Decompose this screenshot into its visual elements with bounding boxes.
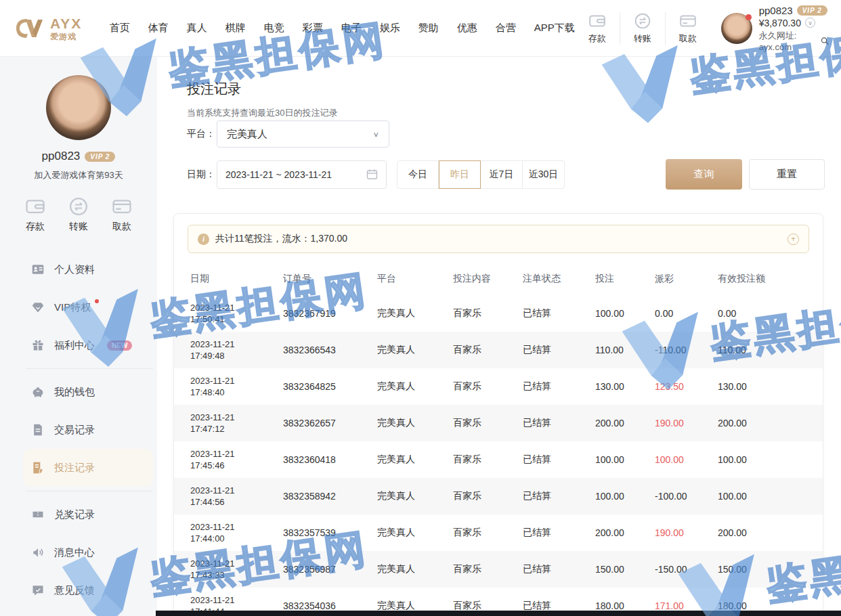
menu-item-0-2[interactable]: 福利中心NEW <box>0 326 157 364</box>
menu-item-0-0[interactable]: 个人资料 <box>0 250 157 288</box>
cell-platform: 完美真人 <box>377 563 453 575</box>
cell-platform: 完美真人 <box>377 454 453 466</box>
menu-item-2-0[interactable]: 兑奖记录 <box>0 496 157 533</box>
profile-vip-badge: VIP 2 <box>85 152 115 162</box>
cell-bet: 180.00 <box>595 600 655 611</box>
logo-name: AYX <box>50 16 82 30</box>
cell-order: 3832356987 <box>283 564 377 575</box>
header-quick-action-2[interactable]: 取款 <box>665 12 710 45</box>
ayx-logo[interactable]: AYX 爱游戏 <box>14 16 103 41</box>
sidebar-quick-action-0[interactable]: 存款 <box>25 196 45 233</box>
header-quick-action-0[interactable]: 存款 <box>575 12 620 45</box>
column-header-0: 日期 <box>190 273 283 285</box>
cell-status: 已结算 <box>523 344 595 356</box>
profile-username: pp0823 <box>42 150 81 163</box>
feedback-icon <box>31 584 45 597</box>
nav-item-0[interactable]: 首页 <box>110 22 130 35</box>
cell-status: 已结算 <box>523 454 595 466</box>
nav-item-10[interactable]: 合营 <box>496 22 516 35</box>
cell-date: 2023-11-2117:45:46 <box>190 448 283 471</box>
cell-payout: 190.00 <box>655 527 718 538</box>
nav-item-3[interactable]: 棋牌 <box>225 22 246 35</box>
menu-item-1-2[interactable]: 投注记录 <box>23 449 153 487</box>
date-row: 日期： 2023-11-21 ~ 2023-11-21 今日昨日近7日近30日 … <box>187 159 825 190</box>
column-header-7: 有效投注额 <box>718 273 816 285</box>
quick-date-0[interactable]: 今日 <box>397 160 439 189</box>
cell-order: 3832357539 <box>283 527 377 538</box>
date-label: 日期： <box>187 169 217 181</box>
top-header: AYX 爱游戏 首页体育真人棋牌电竞彩票电子娱乐赞助优惠合营APP下载 存款转账… <box>0 0 841 57</box>
nav-item-7[interactable]: 娱乐 <box>380 22 400 35</box>
quick-action-label: 存款 <box>588 32 606 45</box>
cell-bet: 130.00 <box>595 381 655 392</box>
quick-date-3[interactable]: 近30日 <box>523 160 565 189</box>
table-header: 日期订单号平台投注内容注单状态投注派彩有效投注额 <box>174 263 823 295</box>
piggy-bank-icon <box>31 385 45 399</box>
cell-order: 3832364825 <box>283 381 377 392</box>
cell-valid-bet: 100.00 <box>718 454 816 465</box>
cell-valid-bet: 110.00 <box>718 345 816 355</box>
transfer-icon <box>68 196 89 217</box>
column-header-1: 订单号 <box>283 273 377 285</box>
menu-item-1-1[interactable]: 交易记录 <box>0 411 157 449</box>
table-row: 2023-11-2117:45:463832360418完美真人百家乐已结算10… <box>174 441 823 478</box>
user-block[interactable]: pp0823 VIP 2 ¥3,870.30 ∨ 永久网址: ayx.com <box>721 5 829 52</box>
table-row: 2023-11-2117:43:333832356987完美真人百家乐已结算15… <box>174 551 823 588</box>
cell-bet: 200.00 <box>595 527 655 538</box>
nav-item-11[interactable]: APP下载 <box>534 22 575 35</box>
menu-item-label: 个人资料 <box>54 263 95 276</box>
gift-icon <box>31 338 45 352</box>
new-message-dot <box>95 299 99 303</box>
menu-item-0-1[interactable]: VIP特权 <box>0 288 157 326</box>
logo-subname: 爱游戏 <box>50 32 82 41</box>
sidebar-quick-action-2[interactable]: 取款 <box>112 196 132 233</box>
profile-avatar[interactable] <box>46 75 111 140</box>
sidebar-quick-action-1[interactable]: 转账 <box>68 196 89 233</box>
platform-select[interactable]: 完美真人 ∨ <box>217 120 389 148</box>
sidebar-profile: pp0823 VIP 2 加入爱游戏体育第93天 <box>0 57 157 181</box>
nav-item-4[interactable]: 电竞 <box>264 22 284 35</box>
nav-item-6[interactable]: 电子 <box>341 22 362 35</box>
header-quick-actions: 存款转账取款 <box>575 12 710 45</box>
nav-item-5[interactable]: 彩票 <box>303 22 323 35</box>
cell-platform: 完美真人 <box>377 344 453 356</box>
quick-action-label: 转账 <box>634 32 651 45</box>
expand-plus-icon[interactable]: + <box>788 234 799 245</box>
cell-order: 3832362657 <box>283 418 377 428</box>
chevron-down-icon: ∨ <box>372 130 379 138</box>
vip-badge: VIP 2 <box>797 5 827 16</box>
quick-date-2[interactable]: 近7日 <box>481 160 523 189</box>
nav-item-2[interactable]: 真人 <box>187 22 207 35</box>
menu-item-label: 意见反馈 <box>54 584 95 597</box>
platform-label: 平台： <box>187 128 217 140</box>
quick-action-label: 转账 <box>69 221 88 233</box>
cell-order: 3832360418 <box>283 454 377 465</box>
cell-payout: -100.00 <box>655 491 718 502</box>
calendar-icon <box>366 169 378 180</box>
menu-item-2-1[interactable]: 消息中心 <box>0 533 157 571</box>
search-icon[interactable] <box>821 36 829 46</box>
column-header-5: 投注 <box>595 273 655 285</box>
header-quick-action-1[interactable]: 转账 <box>620 12 665 45</box>
card-icon <box>679 12 697 30</box>
menu-item-label: 投注记录 <box>54 462 95 475</box>
joined-days: 加入爱游戏体育第93天 <box>34 169 123 181</box>
reset-button[interactable]: 重置 <box>749 159 825 190</box>
cell-bet: 100.00 <box>595 454 655 465</box>
cell-platform: 完美真人 <box>377 490 453 502</box>
notification-dot <box>746 14 752 20</box>
menu-item-2-2[interactable]: 意见反馈 <box>0 571 157 609</box>
cell-valid-bet: 0.00 <box>718 308 816 319</box>
query-button[interactable]: 查询 <box>666 159 742 190</box>
quick-date-1[interactable]: 昨日 <box>439 160 481 189</box>
cell-bet: 110.00 <box>595 345 655 355</box>
ticket-icon <box>31 508 45 521</box>
menu-item-1-0[interactable]: 我的钱包 <box>0 373 157 411</box>
nav-item-8[interactable]: 赞助 <box>418 22 439 35</box>
nav-item-1[interactable]: 体育 <box>148 22 169 35</box>
table-row: 2023-11-2117:44:563832358942完美真人百家乐已结算10… <box>174 478 823 514</box>
balance-refresh-icon[interactable]: ∨ <box>805 18 815 28</box>
nav-item-9[interactable]: 优惠 <box>457 22 477 35</box>
date-range-picker[interactable]: 2023-11-21 ~ 2023-11-21 <box>217 160 387 189</box>
id-card-icon <box>31 263 45 276</box>
